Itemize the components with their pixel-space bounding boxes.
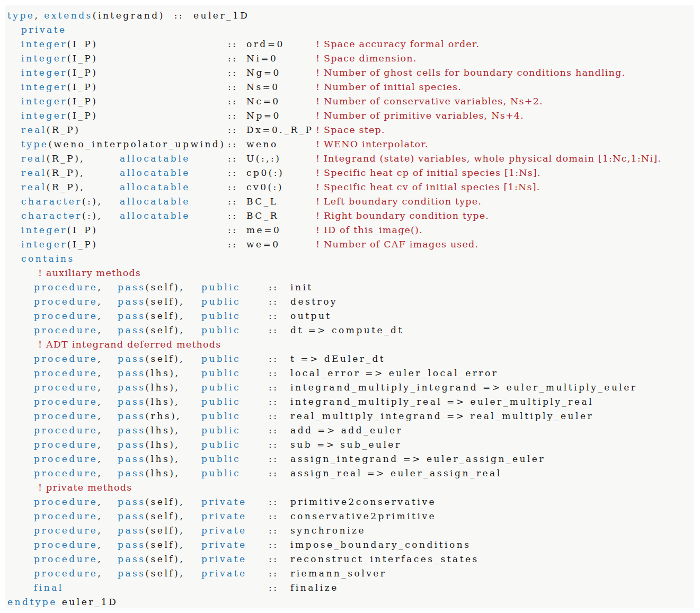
code-line: integer(I_P)::Ns=0! Number of initial sp… [5,80,694,94]
code-cell: :: [269,409,290,423]
code-line: procedure,pass(self),private::conservati… [5,509,694,523]
code-token: (R_P) [47,125,81,135]
keyword-token: pass [118,325,145,335]
code-cell: ! auxiliary methods [38,266,141,280]
code-token: :: [228,210,237,221]
code-token: (lhs), [145,425,180,436]
code-line: ! auxiliary methods [5,266,694,280]
keyword-token: pass [118,554,145,564]
code-cell: procedure, [34,452,118,466]
code-cell: :: [269,566,290,581]
code-cell: ! Number of ghost cells for boundary con… [316,66,625,80]
code-token: :: [269,282,278,292]
code-line: procedure,pass(rhs),public::real_multipl… [5,409,694,423]
keyword-token: procedure [34,568,98,579]
keyword-token: integer [21,96,67,106]
code-line: integer(I_P)::ord=0! Space accuracy form… [5,37,694,51]
code-token: (rhs), [145,411,181,421]
code-cell: private [201,495,269,509]
code-cell: type(weno_interpolator_upwind) [21,137,228,152]
keyword-token: final [34,582,64,593]
code-token: (R_P), [47,153,85,164]
code-cell: BC_R [246,209,316,223]
code-token: (self), [145,568,184,579]
code-line: procedure,pass(self),private::primitive2… [5,495,694,509]
code-token: :: [228,167,237,178]
keyword-token: procedure [34,554,98,564]
code-cell: :: [269,509,290,523]
code-cell: :: [269,280,290,295]
code-token: (self), [145,496,184,507]
keyword-token: private [201,511,247,521]
code-cell: finalize [290,581,339,595]
code-token: BC_R [246,210,279,221]
code-cell: procedure, [34,352,118,366]
code-token: , [98,411,102,421]
code-cell: weno [246,137,316,152]
keyword-token: public [201,382,241,393]
code-token: , [98,396,102,407]
code-cell: synchronize [290,523,366,538]
code-line: ! private methods [5,481,694,495]
code-cell: procedure, [34,409,118,423]
code-cell: pass(lhs), [118,423,201,438]
code-cell: :: [228,180,246,194]
code-token: :: [228,125,237,135]
code-token: (R_P), [47,167,85,178]
code-cell: sub => sub_euler [290,438,402,452]
code-cell: type, extends(integrand) :: euler_1D [7,8,249,23]
code-line: real(R_P),allocatable::U(:,:)! Integrand… [5,152,694,166]
comment-token: ! Number of CAF images used. [316,239,479,250]
code-cell: :: [228,166,246,180]
code-cell: allocatable [120,152,228,166]
code-cell: procedure, [34,295,118,309]
code-cell: pass(self), [118,538,201,552]
keyword-token: allocatable [120,167,190,178]
code-token: (I_P) [67,110,98,121]
comment-token: ! private methods [38,482,132,493]
code-line: real(R_P),allocatable::cp0(:)! Specific … [5,166,694,180]
code-token: :: [269,511,278,521]
code-token: reconstruct_interfaces_states [290,554,479,564]
code-cell: :: [269,452,290,466]
code-token: (self), [145,353,184,364]
code-cell: procedure, [34,438,118,452]
comment-token: ! Space dimension. [316,53,417,64]
keyword-token: character [21,210,82,221]
keyword-token: integer [21,239,67,250]
code-token: :: [228,182,237,192]
code-line: procedure,pass(lhs),public::assign_integ… [5,452,694,466]
code-token: :: [269,496,278,507]
keyword-token: type [7,10,34,21]
code-cell: :: [269,538,290,552]
code-token: (I_P) [67,67,98,78]
code-token: cv0(:) [246,182,283,192]
code-cell: ! Space step. [316,123,385,137]
keyword-token: procedure [34,511,98,521]
code-token: :: [228,96,237,106]
code-token: euler_1D [57,597,118,607]
keyword-token: procedure [34,382,98,393]
code-cell: private [201,523,269,538]
code-cell: public [201,395,269,409]
keyword-token: public [201,411,241,421]
code-token: cp0(:) [246,167,284,178]
code-cell: ! Space dimension. [316,51,417,66]
code-token: (weno_interpolator_upwind) [48,139,225,149]
code-token: t => dEuler_dt [290,353,385,364]
code-cell: procedure, [34,523,118,538]
keyword-token: pass [118,353,145,364]
code-cell: :: [228,152,246,166]
code-cell: procedure, [34,309,118,323]
code-cell: :: [269,366,290,380]
code-cell: :: [269,323,290,337]
code-cell: Dx=0._R_P [246,123,316,137]
code-cell: dt => compute_dt [290,323,404,337]
code-cell: pass(self), [118,309,201,323]
keyword-token: private [201,539,247,550]
code-cell: real(R_P), [21,152,120,166]
code-listing: type, extends(integrand) :: euler_1Dpriv… [5,8,694,609]
code-cell: pass(rhs), [118,409,201,423]
code-cell: public [201,466,269,481]
code-cell: integrand_multiply_real => euler_multipl… [290,395,593,409]
